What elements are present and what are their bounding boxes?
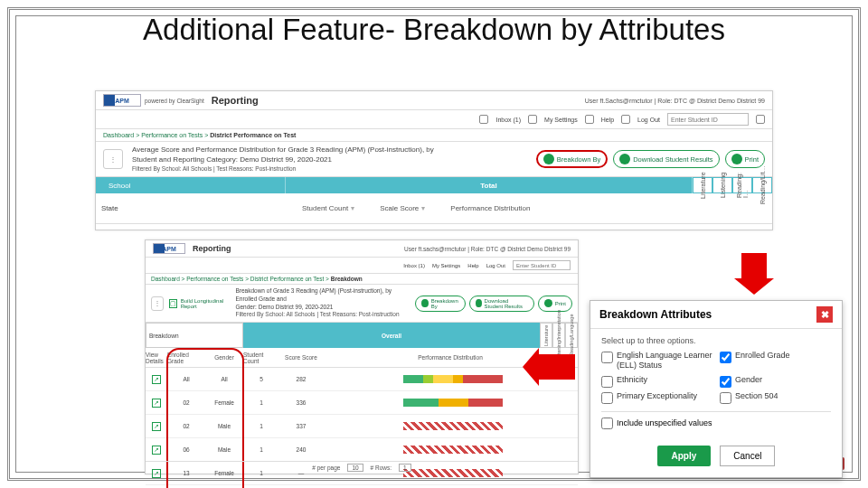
settings-link[interactable]: My Settings (432, 263, 460, 268)
inbox-link[interactable]: Inbox (1) (403, 263, 425, 268)
desc-row-2: ⋮ ▢ Build Longitudinal Report Breakdown … (146, 285, 578, 323)
pager: # per page 10 # Rows: 1 (146, 461, 578, 474)
open-icon[interactable]: ↗ (152, 446, 161, 455)
logout-icon[interactable] (621, 115, 630, 124)
desc-l1: Average Score and Performance Distributi… (132, 145, 434, 154)
bc-perf[interactable]: Performance on Tests (141, 132, 203, 138)
bc-dashboard[interactable]: Dashboard (103, 132, 134, 138)
desc2-l2: Gender: Demo District 99, 2020-2021 (235, 304, 410, 312)
include-unspecified[interactable]: Include unspecified values (601, 418, 831, 429)
help-link[interactable]: Help (467, 263, 478, 268)
search-icon[interactable] (756, 115, 765, 124)
inbox-link[interactable]: Inbox (1) (495, 117, 521, 123)
col-school: School (96, 177, 286, 193)
feature-tab-0[interactable]: Literature (693, 177, 712, 193)
close-icon[interactable]: ✖ (816, 306, 833, 323)
breakdown-icon (543, 154, 554, 164)
attr-option-4[interactable]: Primary Exceptionality (601, 391, 712, 404)
cell-count: 1 (243, 446, 279, 453)
table-header-top: School Total Literature Listening Readin… (96, 177, 772, 193)
th-overall: Overall (243, 323, 540, 348)
settings-link[interactable]: My Settings (544, 117, 578, 123)
help-icon[interactable] (585, 115, 594, 124)
apply-button[interactable]: Apply (657, 446, 712, 466)
attr-checkbox[interactable] (601, 352, 613, 363)
pager-page[interactable]: 1 (399, 464, 411, 472)
attr-label: Enrolled Grade (735, 351, 790, 361)
logout-link[interactable]: Log Out (637, 117, 660, 123)
download-button-2[interactable]: Download Student Results (469, 296, 533, 312)
slide-title: Additional Feature- Breakdown by Attribu… (0, 13, 868, 47)
cell-perf (323, 446, 578, 454)
toolbar: Inbox (1) My Settings Help Log Out (96, 110, 772, 129)
print-label: Print (745, 155, 759, 164)
filters-toggle[interactable]: ⋮ (103, 149, 123, 169)
print-icon (731, 154, 742, 164)
attr-option-3[interactable]: Gender (720, 375, 831, 388)
perf-bar (403, 422, 503, 430)
attr-option-2[interactable]: Ethnicity (601, 375, 712, 388)
download-button[interactable]: Download Student Results (613, 150, 719, 168)
print-icon (544, 299, 552, 307)
logout-link[interactable]: Log Out (486, 263, 505, 268)
search-input[interactable] (667, 113, 749, 126)
attr-checkbox[interactable] (601, 392, 613, 404)
th-vert-1[interactable]: Listening/Interpretation (552, 323, 565, 348)
th-vert-2[interactable]: Reading/Language (565, 323, 578, 348)
help-link[interactable]: Help (601, 117, 614, 123)
th-vert-0[interactable]: Literature (540, 323, 552, 348)
filters-toggle-2[interactable]: ⋮ (151, 296, 164, 311)
search-input-2[interactable] (513, 260, 571, 270)
bc-current: District Performance on Test (210, 132, 296, 138)
bc2-b[interactable]: Performance on Tests (186, 276, 243, 282)
breakdown-icon (421, 299, 428, 307)
feature-tab-2[interactable]: Reading: I… (732, 177, 752, 193)
bc2-d: Breakdown (331, 276, 363, 282)
download-icon (619, 154, 630, 164)
cell-score: 240 (279, 446, 323, 453)
attr-option-5[interactable]: Section 504 (720, 391, 831, 404)
modal-subtitle: Select up to three options. (601, 336, 831, 345)
breakdown-label: Breakdown By (557, 155, 600, 164)
modal-title: Breakdown Attributes (599, 308, 712, 321)
description-row: ⋮ Average Score and Performance Distribu… (96, 142, 772, 177)
inbox-icon[interactable] (479, 115, 488, 124)
bc2-a[interactable]: Dashboard (151, 276, 180, 282)
build-label: Build Longitudinal Report (181, 298, 231, 309)
attr-label: Primary Exceptionality (617, 391, 697, 401)
cell-score: 282 (279, 376, 323, 382)
attr-checkbox[interactable] (720, 392, 731, 404)
open-icon[interactable]: ↗ (152, 375, 161, 384)
screenshot-district-performance: APM powered by ClearSight Reporting User… (95, 90, 773, 230)
attr-option-1[interactable]: Enrolled Grade (720, 351, 831, 371)
bc2-c[interactable]: District Performance on Test (250, 276, 325, 282)
include-label: Include unspecified values (617, 418, 712, 427)
feature-tab-1[interactable]: Listening (712, 177, 732, 193)
sh-count: Student Count (243, 348, 279, 367)
cancel-button[interactable]: Cancel (720, 446, 775, 466)
red-arrow-down (741, 253, 767, 278)
section-title: Reporting (212, 95, 259, 106)
open-icon[interactable]: ↗ (152, 422, 161, 431)
pager-val[interactable]: 10 (347, 464, 363, 472)
attr-checkbox[interactable] (601, 376, 613, 388)
toolbar-2: Inbox (1) My Settings Help Log Out (146, 258, 578, 274)
attr-option-0[interactable]: English Language Learner (ELL) Status (601, 351, 712, 371)
apm-logo: APM (153, 243, 185, 254)
col-total: Total (286, 177, 693, 193)
sort-icon: ▾ (351, 204, 354, 212)
desc-l2: Student and Reporting Category: Demo Dis… (132, 155, 332, 164)
print-button-2[interactable]: Print (538, 296, 572, 312)
breakdown-thead: Breakdown Overall Literature Listening/I… (146, 323, 578, 348)
include-checkbox[interactable] (601, 418, 613, 429)
breakdown-by-button-2[interactable]: Breakdown By (415, 296, 466, 312)
user-line-2: User ft.sachs@rmctutor | Role: DTC @ Dis… (404, 246, 571, 252)
feature-tab-3[interactable]: Reading/Lit… (752, 177, 772, 193)
open-icon[interactable]: ↗ (152, 399, 161, 408)
attr-checkbox[interactable] (720, 352, 731, 363)
build-long-report[interactable]: ▢ Build Longitudinal Report (169, 298, 231, 309)
attr-checkbox[interactable] (720, 376, 731, 388)
gear-icon[interactable] (528, 115, 537, 124)
report-description: Average Score and Performance Distributi… (132, 145, 434, 173)
breakdown-by-button[interactable]: Breakdown By (536, 150, 608, 168)
